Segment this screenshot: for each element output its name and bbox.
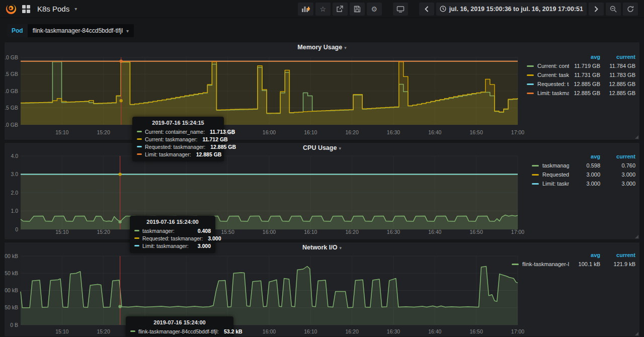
x-tick-label: 16:40 <box>428 328 441 334</box>
pod-variable-select[interactable]: flink-taskmanager-84ccd5bddf-tlfjl ▾ <box>28 24 134 37</box>
legend-header-current[interactable]: current <box>600 54 635 60</box>
legend-series-color-icon[interactable] <box>527 93 534 94</box>
x-tick-label: 15:20 <box>97 129 110 135</box>
tooltip-series-label: Current: container_name: <box>145 129 205 135</box>
tooltip-series-color-icon <box>137 131 142 132</box>
tooltip-series-color-icon <box>130 330 135 332</box>
x-tick-label: 16:00 <box>263 129 276 135</box>
crosshair-dot <box>118 305 121 308</box>
grafana-logo-icon[interactable] <box>5 3 17 15</box>
tooltip-row: Current: taskmanager:11.712 GB <box>137 135 219 143</box>
legend-series-label[interactable]: Current: taskmanager <box>537 72 569 78</box>
pod-variable: Pod flink-taskmanager-84ccd5bddf-tlfjl ▾ <box>7 24 134 37</box>
tooltip-series-label: Requested: taskmanager: <box>142 235 203 241</box>
legend-avg-value: 3.000 <box>569 181 600 187</box>
save-button[interactable] <box>350 3 365 16</box>
graph-tooltip-network: 2019-07-16 15:24:00flink-taskmanager-84c… <box>126 316 233 337</box>
x-tick-label: 15:10 <box>55 229 68 235</box>
legend-header-avg[interactable]: avg <box>569 252 600 258</box>
legend-current-value: 12.885 GB <box>600 90 635 96</box>
y-tick-label: 12.5 GB <box>5 71 18 77</box>
clock-icon <box>440 6 446 12</box>
time-back-button[interactable] <box>419 3 434 16</box>
tooltip-time: 2019-07-16 15:24:15 <box>137 120 219 126</box>
legend-avg-value: 11.719 GB <box>569 63 600 69</box>
legend-series-color-icon[interactable] <box>527 74 534 76</box>
legend-series-color-icon[interactable] <box>532 183 539 185</box>
legend-series-color-icon[interactable] <box>512 264 519 265</box>
legend-series-color-icon[interactable] <box>527 83 534 85</box>
tooltip-row: Limit: taskmanager:12.885 GB <box>137 150 219 158</box>
settings-button[interactable]: ⚙ <box>367 3 382 16</box>
panel-title-cpu[interactable]: CPU Usage▾ <box>5 144 639 151</box>
legend-network: avgcurrentflink-taskmanager-84ccd5bddf-t… <box>512 250 635 269</box>
tooltip-series-label: taskmanager: <box>142 228 175 234</box>
x-tick-label: 16:50 <box>470 129 483 135</box>
x-tick-label: 16:00 <box>263 229 276 235</box>
dashboard-caret-down-icon[interactable]: ▾ <box>74 6 77 12</box>
legend-series-label[interactable]: flink-taskmanager-84ccd5bddf-tlfjl <box>522 261 569 267</box>
legend-series-label[interactable]: Limit: taskmanager <box>537 90 569 96</box>
add-panel-button[interactable] <box>298 3 313 16</box>
star-button[interactable]: ☆ <box>315 3 331 16</box>
legend-series-label[interactable]: Limit: taskmanager <box>542 181 569 187</box>
x-tick-label: 17:00 <box>511 229 524 235</box>
y-tick-label: 2.0 <box>11 190 18 196</box>
legend-series-color-icon[interactable] <box>532 165 539 166</box>
tooltip-series-label: Limit: taskmanager: <box>142 243 189 249</box>
zoom-out-button[interactable] <box>606 3 621 16</box>
legend-row[interactable]: Current: container_name11.719 GB11.784 G… <box>527 61 635 70</box>
legend-series-label[interactable]: Current: container_name <box>537 63 569 69</box>
time-forward-button[interactable] <box>589 3 604 16</box>
tooltip-row: flink-taskmanager-84ccd5bddf-tlfjl:53.2 … <box>130 327 229 335</box>
tooltip-row: Current: container_name:11.713 GB <box>137 128 219 135</box>
x-tick-label: 17:00 <box>511 129 524 135</box>
dashboard-title[interactable]: K8s Pods <box>37 5 69 13</box>
legend-header: avgcurrent <box>512 250 635 260</box>
graph-tooltip-memory: 2019-07-16 15:24:15Current: container_na… <box>132 117 224 161</box>
legend-row[interactable]: Current: taskmanager11.731 GB11.783 GB <box>527 70 635 79</box>
tooltip-series-label: Requested: taskmanager: <box>145 144 205 150</box>
x-tick-label: 16:00 <box>263 328 276 334</box>
legend-header-avg[interactable]: avg <box>569 153 600 159</box>
share-button[interactable] <box>333 3 348 16</box>
panel-menu-caret-icon: ▾ <box>339 245 342 250</box>
legend-header-current[interactable]: current <box>600 252 635 258</box>
panel-title-network[interactable]: Network I/O▾ <box>5 244 639 251</box>
time-range-button[interactable]: jul. 16, 2019 15:00:36 to jul. 16, 2019 … <box>436 3 587 16</box>
legend-row[interactable]: Limit: taskmanager3.0003.000 <box>532 179 635 188</box>
legend-series-label[interactable]: Requested: taskmanager <box>542 172 569 178</box>
legend-series-label[interactable]: taskmanager <box>542 162 569 168</box>
panel-title-memory[interactable]: Memory Usage▾ <box>5 44 639 51</box>
legend-row[interactable]: flink-taskmanager-84ccd5bddf-tlfjl100.1 … <box>512 260 635 269</box>
tooltip-series-label: Current: taskmanager: <box>145 136 197 142</box>
legend-series-color-icon[interactable] <box>532 174 539 176</box>
legend-current-value: 3.000 <box>600 172 635 178</box>
y-tick-label: 11.5 GB <box>5 105 18 111</box>
legend-row[interactable]: Requested: taskmanager3.0003.000 <box>532 170 635 179</box>
legend-row[interactable]: Limit: taskmanager12.885 GB12.885 GB <box>527 89 635 98</box>
panel-network-io: Network I/O▾ avgcurrentflink-taskmanager… <box>4 242 640 337</box>
legend-header-avg[interactable]: avg <box>569 54 600 60</box>
x-tick-label: 16:10 <box>304 229 317 235</box>
pod-variable-value: flink-taskmanager-84ccd5bddf-tlfjl <box>33 27 123 34</box>
refresh-button[interactable] <box>623 3 638 16</box>
pod-variable-label: Pod <box>7 24 28 37</box>
legend-avg-value: 0.598 <box>569 162 600 168</box>
tv-mode-button[interactable] <box>393 3 408 16</box>
legend-series-color-icon[interactable] <box>527 65 534 67</box>
legend-header-current[interactable]: current <box>600 153 635 159</box>
legend-current-value: 11.783 GB <box>600 72 635 78</box>
crosshair-dot <box>118 220 121 223</box>
navbar: K8s Pods ▾ ☆ ⚙ jul. 16, 2019 15:00:36 to… <box>0 0 644 18</box>
apps-icon[interactable] <box>22 5 30 13</box>
tooltip-series-value: 0.408 <box>193 228 211 234</box>
panel-menu-caret-icon: ▾ <box>339 146 341 151</box>
legend-series-label[interactable]: Requested: taskmanager <box>537 81 569 87</box>
legend-row[interactable]: taskmanager0.5980.760 <box>532 161 635 170</box>
tooltip-series-label: Limit: taskmanager: <box>145 151 191 157</box>
x-tick-label: 16:30 <box>387 328 400 334</box>
y-tick-label: 12.0 GB <box>5 88 18 94</box>
crosshair-dot <box>118 173 121 176</box>
legend-row[interactable]: Requested: taskmanager12.885 GB12.885 GB <box>527 79 635 89</box>
